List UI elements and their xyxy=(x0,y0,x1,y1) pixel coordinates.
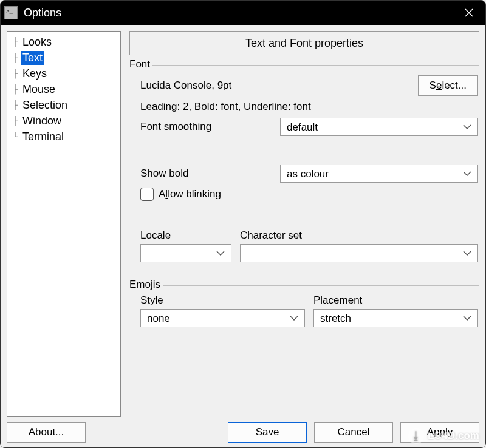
window-title: Options xyxy=(24,7,453,19)
panel-header-label: Text and Font properties xyxy=(245,37,363,50)
leading-label: Leading: 2, Bold: font, Underline: font xyxy=(140,101,311,113)
show-bold-label: Show bold xyxy=(140,168,250,180)
locale-group: Locale Character set xyxy=(129,222,479,268)
titlebar: >_ Options xyxy=(1,1,485,25)
options-window: >_ Options ├Looks ├Text ├Keys ├Mouse ├Se… xyxy=(0,0,486,448)
allow-blinking-checkbox[interactable] xyxy=(140,188,154,201)
category-tree[interactable]: ├Looks ├Text ├Keys ├Mouse ├Selection ├Wi… xyxy=(7,31,121,417)
tree-item-keys[interactable]: ├Keys xyxy=(9,66,119,81)
locale-label: Locale xyxy=(140,229,231,242)
tree-item-terminal[interactable]: └Terminal xyxy=(9,129,119,144)
emoji-style-label: Style xyxy=(140,294,305,307)
charset-select[interactable] xyxy=(240,244,478,262)
tree-item-looks[interactable]: ├Looks xyxy=(9,34,119,50)
select-font-button[interactable]: Select... xyxy=(418,75,478,96)
client-area: ├Looks ├Text ├Keys ├Mouse ├Selection ├Wi… xyxy=(1,25,485,447)
tree-item-mouse[interactable]: ├Mouse xyxy=(9,81,119,97)
panel-header: Text and Font properties xyxy=(129,31,479,55)
apply-button[interactable]: Apply xyxy=(400,422,479,443)
locale-select[interactable] xyxy=(140,244,231,262)
tree-item-selection[interactable]: ├Selection xyxy=(9,97,119,113)
cancel-button[interactable]: Cancel xyxy=(314,422,393,443)
settings-panel: Text and Font properties Font Lucida Con… xyxy=(129,31,479,417)
save-button[interactable]: Save xyxy=(228,422,307,443)
emoji-placement-select[interactable]: stretch xyxy=(313,309,478,327)
font-smoothing-select[interactable]: default xyxy=(280,118,478,136)
close-icon xyxy=(465,8,473,17)
bold-group: Show bold as colour Allow blinking xyxy=(129,157,479,207)
charset-label: Character set xyxy=(240,229,478,242)
emoji-placement-label: Placement xyxy=(313,294,478,307)
emojis-group: Emojis Style none Placement stretch xyxy=(129,285,479,333)
close-button[interactable] xyxy=(453,1,485,25)
font-group: Font Lucida Console, 9pt Select... Leadi… xyxy=(129,65,479,142)
font-group-legend: Font xyxy=(129,58,152,70)
terminal-icon: >_ xyxy=(4,6,18,19)
about-button[interactable]: About... xyxy=(7,422,86,443)
show-bold-select[interactable]: as colour xyxy=(280,165,478,183)
font-smoothing-label: Font smoothing xyxy=(140,121,250,133)
dialog-buttons: About... Save Cancel Apply xyxy=(7,422,479,443)
tree-item-text[interactable]: ├Text xyxy=(9,50,119,66)
tree-item-window[interactable]: ├Window xyxy=(9,113,119,129)
allow-blinking-label[interactable]: Allow blinking xyxy=(159,188,221,200)
emoji-style-select[interactable]: none xyxy=(140,309,305,327)
emojis-group-legend: Emojis xyxy=(129,279,163,291)
current-font-label: Lucida Console, 9pt xyxy=(140,80,231,92)
